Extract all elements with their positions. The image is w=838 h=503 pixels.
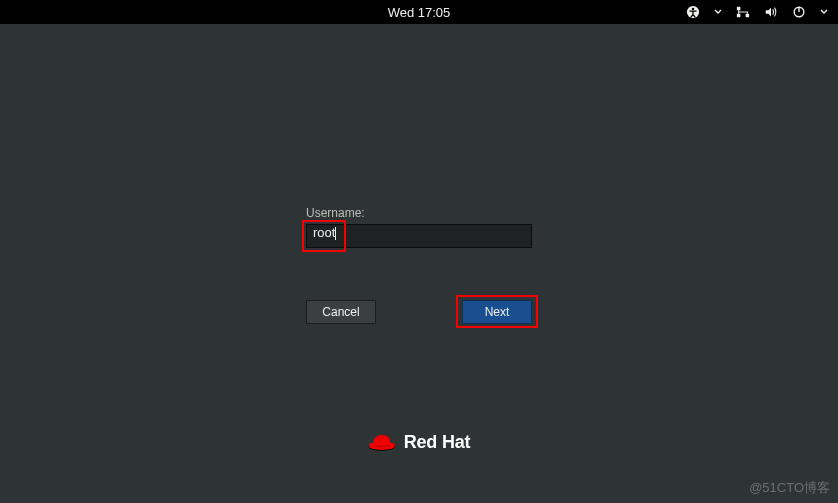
- network-icon[interactable]: [736, 5, 750, 19]
- cancel-button[interactable]: Cancel: [306, 300, 376, 324]
- text-cursor: [335, 227, 336, 240]
- username-value: root: [313, 225, 335, 240]
- watermark: @51CTO博客: [749, 479, 830, 497]
- svg-rect-3: [746, 14, 750, 18]
- chevron-down-icon[interactable]: [714, 8, 722, 16]
- svg-point-1: [692, 8, 694, 10]
- power-icon[interactable]: [792, 5, 806, 19]
- login-form: Username: root: [306, 206, 532, 248]
- system-tray[interactable]: [686, 5, 828, 19]
- brand-name: Red Hat: [404, 432, 471, 453]
- volume-icon[interactable]: [764, 5, 778, 19]
- brand-logo: Red Hat: [368, 431, 471, 453]
- redhat-icon: [368, 431, 396, 453]
- next-button[interactable]: Next: [462, 300, 532, 324]
- top-bar: Wed 17:05: [0, 0, 838, 24]
- accessibility-icon[interactable]: [686, 5, 700, 19]
- svg-rect-4: [737, 14, 741, 18]
- login-buttons: Cancel Next: [306, 300, 532, 324]
- clock[interactable]: Wed 17:05: [388, 5, 451, 20]
- username-label: Username:: [306, 206, 532, 220]
- chevron-down-icon[interactable]: [820, 8, 828, 16]
- svg-rect-2: [737, 7, 741, 11]
- username-input[interactable]: root: [306, 224, 532, 248]
